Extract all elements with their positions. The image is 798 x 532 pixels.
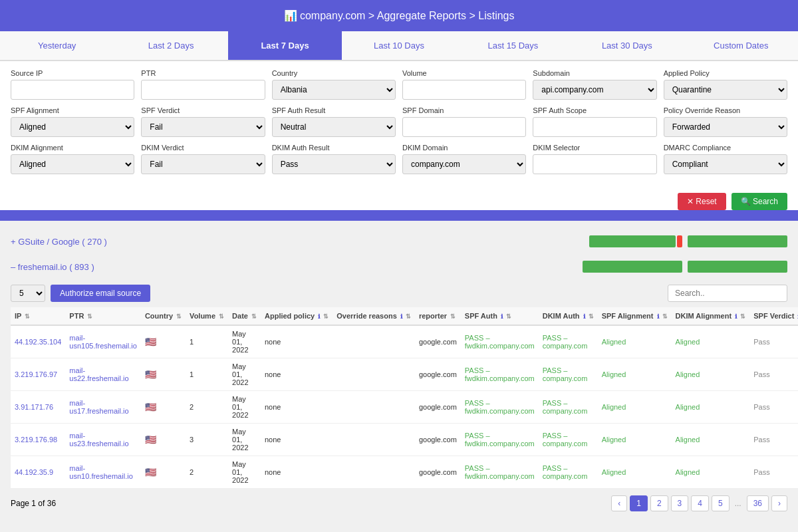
applied-policy-info-icon: ℹ bbox=[318, 313, 320, 320]
spf-auth-info-icon: ℹ bbox=[501, 313, 503, 320]
source-ip-label: Source IP bbox=[11, 69, 134, 77]
ptr-link-3[interactable]: mail-us23.freshemail.io bbox=[69, 432, 128, 448]
ptr-link-1[interactable]: mail-us22.freshemail.io bbox=[69, 366, 128, 382]
page-3-button[interactable]: 3 bbox=[671, 495, 689, 511]
flag-2: 🇺🇸 bbox=[145, 402, 156, 412]
spf-auth-scope-input[interactable] bbox=[533, 117, 656, 137]
volume-label: Volume bbox=[402, 69, 526, 77]
dkim-align-info-icon: ℹ bbox=[735, 313, 737, 320]
tab-last10[interactable]: Last 10 Days bbox=[342, 31, 456, 60]
subdomain-group: Subdomain api.company.com bbox=[533, 69, 656, 100]
ptr-link-4[interactable]: mail-usn10.freshemail.io bbox=[69, 464, 132, 480]
dkim-auth-result-select[interactable]: Pass Fail bbox=[272, 154, 396, 174]
ptr-link-0[interactable]: mail-usn105.freshemail.io bbox=[69, 334, 137, 350]
ip-link-0[interactable]: 44.192.35.104 bbox=[15, 338, 61, 346]
page-36-button[interactable]: 36 bbox=[747, 495, 769, 511]
cell-volume-0: 1 bbox=[186, 325, 228, 358]
subdomain-select[interactable]: api.company.com bbox=[533, 80, 656, 100]
tab-yesterday[interactable]: Yesterday bbox=[0, 31, 114, 60]
ip-link-4[interactable]: 44.192.35.9 bbox=[15, 468, 53, 476]
spf-auth-value-3: PASS – fwdkim.company.com bbox=[465, 432, 535, 448]
spf-auth-value-1: PASS – fwdkim.company.com bbox=[465, 366, 535, 382]
spf-alignment-label: SPF Alignment bbox=[11, 106, 134, 114]
cell-spf-auth-4: PASS – fwdkim.company.com bbox=[461, 456, 539, 489]
dkim-align-sort-icon: ⇅ bbox=[740, 313, 745, 320]
cell-dkim-auth-4: PASS – company.com bbox=[539, 456, 598, 489]
cell-ptr-1: mail-us22.freshemail.io bbox=[65, 358, 141, 391]
table-header-row: IP ⇅ PTR ⇅ Country ⇅ Volume ⇅ Date ⇅ App… bbox=[11, 307, 798, 325]
ptr-input[interactable] bbox=[141, 80, 265, 100]
dkim-alignment-label: DKIM Alignment bbox=[11, 144, 134, 152]
green-bar-gsuite bbox=[589, 235, 676, 247]
policy-override-reason-select[interactable]: Forwarded None bbox=[664, 117, 787, 137]
col-spf-alignment: SPF Alignment ℹ ⇅ bbox=[598, 307, 672, 325]
source-title-gsuite[interactable]: + GSuite / Google ( 270 ) bbox=[11, 237, 107, 247]
ip-link-2[interactable]: 3.91.171.76 bbox=[15, 403, 53, 411]
page-5-button[interactable]: 5 bbox=[712, 495, 730, 511]
country-select[interactable]: Albania United States bbox=[272, 80, 396, 100]
cell-applied-policy-4: none bbox=[261, 456, 332, 489]
authorize-button[interactable]: Authorize email source bbox=[51, 285, 150, 302]
dkim-selector-input[interactable] bbox=[533, 154, 656, 174]
page-1-button[interactable]: 1 bbox=[630, 495, 648, 511]
tab-last15[interactable]: Last 15 Days bbox=[456, 31, 570, 60]
cell-override-2 bbox=[332, 391, 415, 424]
spf-domain-input[interactable] bbox=[402, 117, 526, 137]
dkim-domain-label: DKIM Domain bbox=[402, 144, 526, 152]
search-input[interactable] bbox=[668, 285, 787, 302]
volume-input[interactable] bbox=[402, 80, 526, 100]
applied-policy-select[interactable]: Quarantine None Reject bbox=[664, 80, 787, 100]
cell-ip-1: 3.219.176.97 bbox=[11, 358, 65, 391]
cell-reporter-0: google.com bbox=[415, 325, 461, 358]
cell-spf-alignment-4: Aligned bbox=[598, 456, 672, 489]
cell-reporter-1: google.com bbox=[415, 358, 461, 391]
tab-last2[interactable]: Last 2 Days bbox=[114, 31, 227, 60]
subdomain-label: Subdomain bbox=[533, 69, 656, 77]
spf-alignment-value-1: Aligned bbox=[602, 370, 626, 378]
cell-volume-2: 2 bbox=[186, 391, 228, 424]
dkim-selector-group: DKIM Selector bbox=[533, 144, 656, 174]
ip-link-1[interactable]: 3.219.176.97 bbox=[15, 370, 57, 378]
prev-page-button[interactable]: ‹ bbox=[611, 495, 627, 511]
col-date: Date ⇅ bbox=[228, 307, 261, 325]
cell-date-0: May 01, 2022 bbox=[228, 325, 261, 358]
next-page-button[interactable]: › bbox=[771, 495, 787, 511]
page-2-button[interactable]: 2 bbox=[650, 495, 668, 511]
spf-alignment-select[interactable]: Aligned Not Aligned bbox=[11, 117, 134, 137]
cell-country-3: 🇺🇸 bbox=[141, 424, 186, 456]
dkim-auth-value-3: PASS – company.com bbox=[543, 432, 588, 448]
reset-button[interactable]: ✕ Reset bbox=[678, 193, 726, 210]
dmarc-compliance-select[interactable]: Compliant Not Compliant bbox=[664, 154, 787, 174]
spf-auth-scope-group: SPF Auth Scope bbox=[533, 106, 656, 137]
dkim-alignment-select[interactable]: Aligned Not Aligned bbox=[11, 154, 134, 174]
tab-last7[interactable]: Last 7 Days bbox=[228, 31, 342, 60]
col-reporter: reporter ⇅ bbox=[415, 307, 461, 325]
cell-volume-3: 3 bbox=[186, 424, 228, 456]
filter-row-1: Source IP PTR Country Albania United Sta… bbox=[11, 69, 787, 100]
policy-override-reason-label: Policy Override Reason bbox=[664, 106, 787, 114]
col-spf-auth: SPF Auth ℹ ⇅ bbox=[461, 307, 539, 325]
source-title-freshemail[interactable]: – freshemail.io ( 893 ) bbox=[11, 262, 94, 272]
cell-ip-3: 3.219.176.98 bbox=[11, 424, 65, 456]
per-page-select[interactable]: 5 10 25 50 bbox=[11, 285, 45, 302]
ptr-link-2[interactable]: mail-us17.freshemail.io bbox=[69, 399, 128, 415]
spf-auth-result-select[interactable]: Neutral Pass Fail bbox=[272, 117, 396, 137]
country-sort-icon: ⇅ bbox=[176, 313, 182, 320]
tab-last30[interactable]: Last 30 Days bbox=[570, 31, 684, 60]
cell-spf-auth-2: PASS – fwdkim.company.com bbox=[461, 391, 539, 424]
pagination: ‹ 1 2 3 4 5 ... 36 › bbox=[611, 495, 787, 511]
cell-spf-auth-0: PASS – fwdkim.company.com bbox=[461, 325, 539, 358]
spf-verdict-value-4: Pass bbox=[753, 468, 769, 476]
dkim-domain-select[interactable]: company.com bbox=[402, 154, 526, 174]
spf-verdict-select[interactable]: Fail Pass bbox=[141, 117, 265, 137]
search-button[interactable]: 🔍 Search bbox=[732, 193, 787, 210]
cell-spf-verdict-0: Pass bbox=[749, 325, 798, 358]
source-ip-input[interactable] bbox=[11, 80, 134, 100]
dkim-verdict-select[interactable]: Fail Pass bbox=[141, 154, 265, 174]
ip-link-3[interactable]: 3.219.176.98 bbox=[15, 436, 57, 444]
tab-custom[interactable]: Custom Dates bbox=[684, 31, 798, 60]
dkim-auth-result-label: DKIM Auth Result bbox=[272, 144, 396, 152]
cell-dkim-alignment-1: Aligned bbox=[672, 358, 750, 391]
flag-3: 🇺🇸 bbox=[145, 434, 156, 445]
page-4-button[interactable]: 4 bbox=[691, 495, 709, 511]
